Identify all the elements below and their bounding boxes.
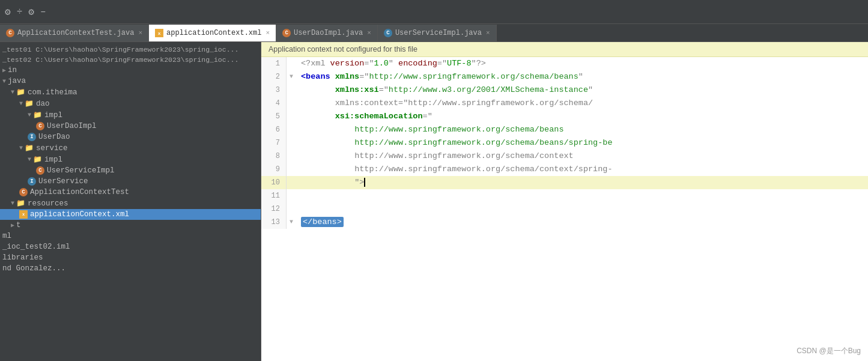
tab-label: UserServiceImpl.java: [395, 29, 482, 37]
sidebar-item-ml[interactable]: ml: [0, 231, 261, 241]
code-line-7: 7 http://www.springframework.org/schema/…: [261, 136, 868, 150]
sidebar-item-dao-impl[interactable]: ▼ 📁 impl: [0, 109, 261, 121]
line-number: 9: [261, 163, 287, 176]
sidebar-item-in[interactable]: ▶ in: [0, 65, 261, 76]
code-line-4: 4 xmlns:context="http://www.springframew…: [261, 97, 868, 110]
split-icon[interactable]: ÷: [17, 7, 23, 17]
sidebar-item-resources[interactable]: ▼ 📁 resources: [0, 198, 261, 209]
tab-app-context-xml[interactable]: x applicationContext.xml ×: [149, 25, 276, 41]
line-content: <beans xmlns="http://www.springframework…: [296, 70, 583, 83]
sidebar-item-iml[interactable]: _ioc_test02.iml: [0, 241, 261, 252]
item-label: nd Gonzalez...: [2, 264, 65, 273]
editor-notice: Application context not configured for t…: [261, 42, 868, 57]
watermark: CSDN @是一个Bug: [797, 346, 861, 356]
sidebar-item-test01[interactable]: _test01 C:\Users\haohao\SpringFramework2…: [0, 44, 261, 55]
sidebar-item-java[interactable]: ▼ java: [0, 76, 261, 86]
tab-close-icon[interactable]: ×: [486, 29, 490, 37]
sidebar-item-user-service-impl[interactable]: C UserServiceImpl: [0, 165, 261, 176]
minimize-icon[interactable]: –: [40, 7, 46, 17]
code-line-6: 6 http://www.springframework.org/schema/…: [261, 123, 868, 136]
tab-label: UserDaoImpl.java: [294, 29, 363, 37]
notice-text: Application context not configured for t…: [269, 45, 417, 53]
line-content: http://www.springframework.org/schema/be…: [296, 123, 563, 136]
item-label: _ioc_test02.iml: [2, 243, 70, 251]
line-content: <?xml version="1.0" encoding="UTF-8"?>: [296, 57, 486, 70]
line-number: 12: [261, 202, 287, 216]
sidebar-item-t[interactable]: ▶ t: [0, 220, 261, 231]
tab-close-icon[interactable]: ×: [138, 29, 142, 37]
sidebar-item-user-service[interactable]: I UserService: [0, 176, 261, 187]
folder-icon: 📁: [33, 155, 42, 164]
sidebar: _test01 C:\Users\haohao\SpringFramework2…: [0, 42, 261, 361]
sidebar-item-service[interactable]: ▼ 📁 service: [0, 142, 261, 154]
line-content: http://www.springframework.org/schema/co…: [296, 163, 613, 176]
item-label: UserDao: [38, 133, 70, 141]
line-number: 3: [261, 83, 287, 97]
item-label: UserDaoImpl: [47, 122, 97, 130]
line-content: ">: [296, 176, 365, 189]
item-label: service: [36, 144, 68, 153]
item-label: applicationContext.xml: [30, 210, 129, 219]
folder-icon: 📁: [16, 88, 25, 97]
item-label: libraries: [2, 253, 43, 262]
line-number: 2: [261, 70, 287, 83]
tab-close-icon[interactable]: ×: [266, 29, 270, 37]
tab-user-dao-impl[interactable]: C UserDaoImpl.java ×: [276, 25, 378, 41]
sidebar-item-gonzalez[interactable]: nd Gonzalez...: [0, 263, 261, 274]
code-line-11: 11: [261, 189, 868, 202]
item-label: com.itheima: [28, 88, 77, 97]
item-label: t: [16, 221, 21, 229]
main-content: _test01 C:\Users\haohao\SpringFramework2…: [0, 42, 868, 361]
sidebar-item-user-dao[interactable]: I UserDao: [0, 132, 261, 142]
sidebar-item-dao[interactable]: ▼ 📁 dao: [0, 98, 261, 109]
fold-indicator[interactable]: ▼: [287, 216, 296, 229]
config-icon[interactable]: ⚙: [28, 6, 34, 18]
item-label: java: [8, 77, 26, 85]
sidebar-item-test02[interactable]: _test02 C:\Users\haohao\SpringFramework2…: [0, 55, 261, 65]
line-content: xsi:schemaLocation=": [296, 110, 432, 123]
line-content: </beans>: [296, 216, 344, 229]
settings-icon[interactable]: ⚙: [5, 6, 11, 18]
tab-icon-c: C: [6, 29, 14, 37]
code-line-8: 8 http://www.springframework.org/schema/…: [261, 150, 868, 163]
tab-app-context-test[interactable]: C ApplicationContextTest.java ×: [0, 25, 149, 41]
class-icon: C: [36, 166, 44, 175]
code-line-1: 1 <?xml version="1.0" encoding="UTF-8"?>: [261, 57, 868, 70]
sidebar-item-service-impl[interactable]: ▼ 📁 impl: [0, 154, 261, 165]
line-number: 7: [261, 136, 287, 150]
code-line-9: 9 http://www.springframework.org/schema/…: [261, 163, 868, 176]
tab-icon-c: C: [282, 29, 291, 37]
sidebar-item-app-context-test[interactable]: C ApplicationContextTest: [0, 187, 261, 198]
sidebar-item-user-dao-impl[interactable]: C UserDaoImpl: [0, 121, 261, 132]
item-label: dao: [36, 100, 50, 108]
sidebar-item-com-itheima[interactable]: ▼ 📁 com.itheima: [0, 86, 261, 98]
sidebar-text: _test01 C:\Users\haohao\SpringFramework2…: [2, 46, 238, 53]
item-label: UserServiceImpl: [47, 166, 115, 175]
code-line-3: 3 xmlns:xsi="http://www.w3.org/2001/XMLS…: [261, 83, 868, 97]
editor-code[interactable]: 1 <?xml version="1.0" encoding="UTF-8"?>…: [261, 57, 868, 361]
code-line-10: 10 ">: [261, 176, 868, 189]
tab-label: ApplicationContextTest.java: [17, 29, 134, 37]
sidebar-item-app-context-xml[interactable]: x applicationContext.xml: [0, 209, 261, 220]
code-line-13: 13 ▼ </beans>: [261, 216, 868, 229]
line-content: xmlns:context="http://www.springframewor…: [296, 97, 593, 110]
tab-icon-xml: x: [155, 29, 163, 37]
tabs-bar: C ApplicationContextTest.java × x applic…: [0, 24, 868, 42]
class-icon: C: [19, 188, 28, 196]
code-line-12: 12: [261, 202, 868, 216]
sidebar-item-libraries[interactable]: libraries: [0, 252, 261, 263]
line-content: xmlns:xsi="http://www.w3.org/2001/XMLSch…: [296, 83, 593, 97]
code-line-2: 2 ▼ <beans xmlns="http://www.springframe…: [261, 70, 868, 83]
code-line-5: 5 xsi:schemaLocation=": [261, 110, 868, 123]
item-label: ml: [2, 232, 11, 240]
arrow-icon: ▼: [2, 78, 6, 85]
arrow-icon: ▼: [19, 100, 23, 107]
arrow-icon: ▼: [28, 156, 31, 163]
fold-indicator[interactable]: ▼: [287, 70, 296, 83]
item-label: in: [8, 66, 17, 74]
arrow-icon: ▼: [19, 145, 23, 151]
tab-close-icon[interactable]: ×: [367, 29, 371, 37]
arrow-icon: ▶: [2, 67, 6, 74]
editor-area: Application context not configured for t…: [261, 42, 868, 361]
tab-user-service-impl[interactable]: C UserServiceImpl.java ×: [378, 25, 497, 41]
